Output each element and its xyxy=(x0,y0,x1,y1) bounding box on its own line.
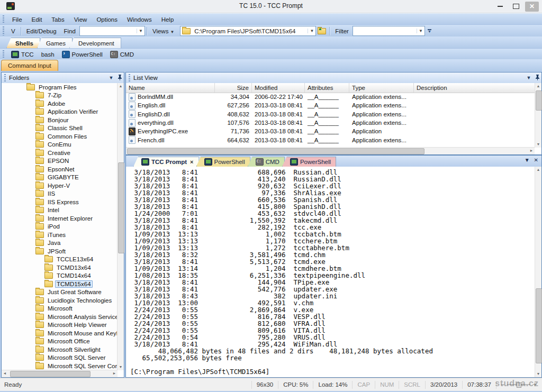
toolbar-grip[interactable] xyxy=(3,26,4,35)
chevron-down-icon[interactable]: ▼ xyxy=(417,29,424,33)
tree-item[interactable]: Common Files xyxy=(2,132,118,141)
tree-item[interactable]: Microsoft Silverlight xyxy=(2,345,118,354)
tree-item[interactable]: Microsoft Analysis Services xyxy=(2,313,118,321)
menu-item[interactable]: Help xyxy=(157,15,179,24)
panel-grip[interactable] xyxy=(129,74,130,81)
table-row[interactable]: English.dll 627,256 2013-03-18 08:41 __A… xyxy=(126,101,535,110)
tree-item[interactable]: Adobe xyxy=(2,99,118,108)
tree-item[interactable]: Classic Shell xyxy=(2,124,118,133)
tree-item[interactable]: Microsoft xyxy=(2,305,118,313)
zoom-slider[interactable]: − + xyxy=(496,381,542,389)
scroll-down-icon[interactable]: ▼ xyxy=(535,371,541,377)
tree-item[interactable]: Microsoft Help Viewer xyxy=(2,321,118,330)
tree-item[interactable]: Lucidlogix Technologies xyxy=(2,296,118,305)
shell-category-tab[interactable]: Development xyxy=(69,38,121,48)
tree-item[interactable]: Microsoft Mouse and Keyb xyxy=(2,329,118,338)
chevron-down-icon[interactable]: ▼ xyxy=(308,29,315,33)
list-horizontal-scrollbar[interactable]: ► xyxy=(126,147,535,154)
shell-category-tab[interactable]: Shells xyxy=(6,38,40,48)
tree-item[interactable]: EPSON xyxy=(2,157,118,166)
tree-item[interactable]: Program Files xyxy=(2,83,118,92)
console-tab[interactable]: PowerShell xyxy=(196,157,250,167)
zoom-slider-thumb[interactable] xyxy=(517,382,521,388)
menu-item[interactable]: Options xyxy=(92,15,122,24)
column-header-attributes[interactable]: Attributes xyxy=(305,83,349,93)
table-row[interactable]: everything.dll 107,576 2013-03-18 08:41 … xyxy=(126,118,535,127)
tree-item[interactable]: Intel xyxy=(2,206,118,215)
scrollbar-thumb[interactable] xyxy=(10,371,91,377)
toolbar-overflow-button[interactable]: ▼ xyxy=(427,26,432,36)
console-close-icon[interactable]: ✕ xyxy=(534,157,538,163)
pin-icon[interactable] xyxy=(533,75,541,81)
up-directory-button[interactable]: ▲ xyxy=(316,26,328,36)
tree-item[interactable]: GIGABYTE xyxy=(2,174,118,182)
zoom-slider-track[interactable] xyxy=(507,384,530,385)
tree-item[interactable]: TCMD15x64 xyxy=(2,280,118,288)
scroll-down-icon[interactable]: ▼ xyxy=(535,141,541,148)
tree-item[interactable]: IIS Express xyxy=(2,198,118,206)
table-row[interactable]: French.dll 664,632 2013-03-18 08:41 __A_… xyxy=(126,135,535,144)
column-header-type[interactable]: Type xyxy=(349,83,414,93)
toolbar-grip[interactable] xyxy=(3,50,4,58)
tree-item[interactable]: iPod xyxy=(2,223,118,231)
tree-item[interactable]: JPSoft xyxy=(2,247,118,256)
scroll-up-icon[interactable]: ▲ xyxy=(118,83,124,89)
close-tab-icon[interactable]: × xyxy=(190,159,193,165)
scroll-down-icon[interactable]: ▼ xyxy=(118,364,124,370)
scrollbar-thumb[interactable] xyxy=(118,162,124,253)
tree-item[interactable]: TCMD13x64 xyxy=(2,263,118,272)
console-tab[interactable]: PowerShell xyxy=(282,157,336,167)
tree-item[interactable]: Application Verifier xyxy=(2,108,118,116)
scroll-up-icon[interactable]: ▲ xyxy=(535,167,541,173)
column-header-description[interactable]: Description xyxy=(414,83,535,93)
edit-debug-button[interactable]: Edit/Debug xyxy=(23,27,60,35)
pin-icon[interactable] xyxy=(115,75,124,81)
tree-item[interactable]: Microsoft SQL Server xyxy=(2,354,118,362)
close-button[interactable]: ✕ xyxy=(525,2,539,12)
tree-horizontal-scrollbar[interactable]: ◄ ► xyxy=(2,370,118,377)
shell-launch-button[interactable]: bash xyxy=(38,50,58,59)
shell-launch-button[interactable]: TCC xyxy=(7,50,38,59)
tree-item[interactable]: Microsoft SQL Server Comp xyxy=(2,362,118,370)
menu-item[interactable]: View xyxy=(69,15,92,24)
tree-item[interactable]: Bonjour xyxy=(2,116,118,124)
tree-item[interactable]: EpsonNet xyxy=(2,165,118,174)
minimize-button[interactable] xyxy=(493,2,507,12)
menu-item[interactable]: Tabs xyxy=(47,15,69,24)
scroll-right-icon[interactable]: ► xyxy=(111,370,118,377)
console-menu-icon[interactable]: ▼ xyxy=(525,157,530,163)
console-tab[interactable]: CMD xyxy=(248,157,285,167)
list-vertical-scrollbar[interactable]: ▲ ▼ xyxy=(535,83,541,148)
toolbar-grip[interactable] xyxy=(3,15,4,23)
tree-item[interactable]: ConEmu xyxy=(2,141,118,149)
find-input[interactable]: ▼ xyxy=(79,26,145,36)
tree-item[interactable]: Creative xyxy=(2,149,118,157)
shell-category-tab[interactable]: Games xyxy=(37,38,73,48)
tree-item[interactable]: TCMD14x64 xyxy=(2,272,118,280)
zoom-in-icon[interactable]: + xyxy=(533,381,537,388)
zoom-out-icon[interactable]: − xyxy=(501,381,504,388)
maximize-button[interactable] xyxy=(509,2,523,12)
tree-item[interactable]: Just Great Software xyxy=(2,288,118,297)
scrollbar-thumb[interactable] xyxy=(536,90,542,111)
table-row[interactable]: EverythingIPC.exe 71,736 2013-03-18 08:4… xyxy=(126,127,535,135)
views-button[interactable]: Views▼ xyxy=(149,27,178,35)
scroll-right-icon[interactable]: ► xyxy=(528,148,535,154)
scroll-up-icon[interactable]: ▲ xyxy=(535,83,541,89)
tree-item[interactable]: Internet Explorer xyxy=(2,214,118,223)
tree-item[interactable]: Java xyxy=(2,239,118,248)
menu-item[interactable]: File xyxy=(7,15,27,24)
scrollbar-thumb[interactable] xyxy=(536,288,542,363)
tree-item[interactable]: 7-Zip xyxy=(2,92,118,100)
v-button[interactable]: V xyxy=(7,27,19,35)
column-header-name[interactable]: Name xyxy=(126,83,215,93)
chevron-down-icon[interactable]: ▼ xyxy=(137,29,144,33)
console-output[interactable]: 3/18/2013 8:41 688,696 Russian.dll 3/18/… xyxy=(126,167,535,377)
table-row[interactable]: EnglishD.dll 408,632 2013-03-18 08:41 __… xyxy=(126,110,535,118)
tree-item[interactable]: TCCLE13x64 xyxy=(2,256,118,264)
column-header-size[interactable]: Size xyxy=(215,83,252,93)
panel-menu-icon[interactable]: ▼ xyxy=(525,75,533,80)
scroll-left-icon[interactable]: ◄ xyxy=(2,370,8,377)
table-row[interactable]: BorlndMM.dll 34,304 2006-02-22 17:40 __A… xyxy=(126,93,535,101)
column-header-modified[interactable]: Modified xyxy=(252,83,305,93)
